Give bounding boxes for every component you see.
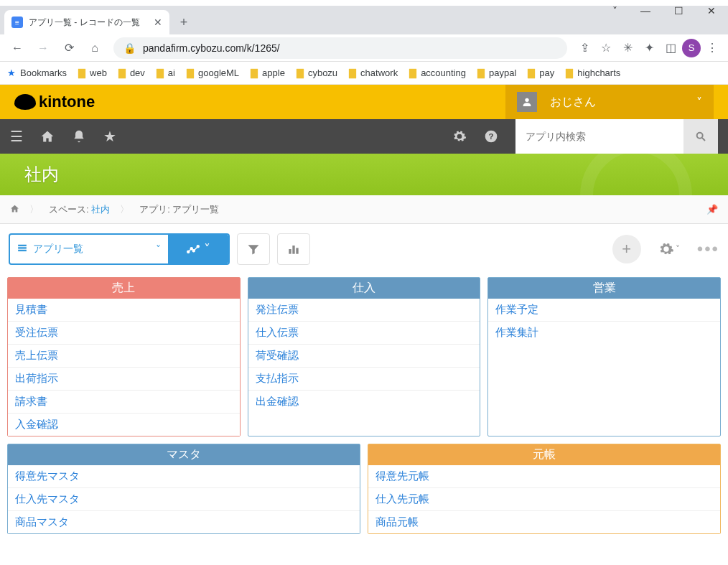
extension-icon[interactable]: ✳ xyxy=(617,38,638,58)
browser-tab[interactable]: ≡ アプリ一覧 - レコードの一覧 ✕ xyxy=(4,10,169,34)
new-tab-button[interactable]: + xyxy=(174,12,194,32)
card-item-link[interactable]: 支払指示 xyxy=(248,368,480,391)
card-item-link[interactable]: 見積書 xyxy=(8,299,240,322)
filter-button[interactable] xyxy=(237,233,270,265)
card-item-link[interactable]: 入金確認 xyxy=(8,414,240,436)
home-icon[interactable] xyxy=(40,129,55,144)
nav-forward-button[interactable]: → xyxy=(32,37,55,60)
chevron-down-icon: ˅ xyxy=(696,95,702,109)
search-button[interactable] xyxy=(683,119,718,154)
window-minimize[interactable]: — xyxy=(629,0,662,22)
svg-rect-12 xyxy=(289,249,291,254)
pin-icon[interactable]: 📌 xyxy=(706,204,718,215)
settings-menu[interactable]: ˅ xyxy=(658,241,680,257)
tab-close-icon[interactable]: ✕ xyxy=(154,17,162,28)
card-item-link[interactable]: 商品マスタ xyxy=(8,511,360,533)
star-icon[interactable]: ★ xyxy=(103,128,116,145)
search-input[interactable] xyxy=(515,131,683,142)
folder-icon: ▇ xyxy=(297,67,304,78)
sidepanel-icon[interactable]: ◫ xyxy=(661,38,681,58)
card-item-link[interactable]: 出金確認 xyxy=(248,391,480,413)
extensions-puzzle-icon[interactable]: ✦ xyxy=(639,38,659,58)
bell-icon[interactable] xyxy=(72,129,86,144)
help-icon[interactable]: ? xyxy=(484,129,498,144)
user-menu[interactable]: おじさん ˅ xyxy=(505,85,714,119)
view-selector[interactable]: アプリ一覧 ˅ ˅ xyxy=(9,233,230,265)
url-input[interactable]: 🔒 pandafirm.cybozu.com/k/1265/ xyxy=(113,37,567,59)
kintone-logo-text: kintone xyxy=(39,93,95,111)
folder-icon: ▇ xyxy=(78,67,85,78)
card-item-link[interactable]: 仕入先マスタ xyxy=(8,488,360,511)
browser-menu-icon[interactable]: ⋮ xyxy=(702,38,722,58)
chevron-down-icon: ˅ xyxy=(676,244,680,254)
nav-reload-button[interactable]: ⟳ xyxy=(57,37,80,60)
svg-point-9 xyxy=(190,248,192,250)
folder-icon: ▇ xyxy=(349,67,356,78)
share-icon[interactable]: ⇪ xyxy=(574,38,594,58)
card-sales: 売上 見積書受注伝票売上伝票出荷指示請求書入金確認 xyxy=(7,277,241,436)
card-item-link[interactable]: 売上伝票 xyxy=(8,345,240,368)
breadcrumb-space-link[interactable]: 社内 xyxy=(91,204,110,215)
card-business: 営業 作業予定作業集計 xyxy=(487,277,721,436)
chart-button[interactable] xyxy=(277,233,310,265)
card-item-link[interactable]: 商品元帳 xyxy=(368,511,720,533)
card-item-link[interactable]: 受注伝票 xyxy=(8,322,240,345)
card-item-link[interactable]: 出荷指示 xyxy=(8,368,240,391)
breadcrumb: 〉 スペース: 社内 〉 アプリ: アプリ一覧 📌 xyxy=(0,195,728,224)
card-item-link[interactable]: 仕入先元帳 xyxy=(368,488,720,511)
bookmark-item[interactable]: ★Bookmarks xyxy=(7,67,67,78)
bookmark-item[interactable]: ▇dev xyxy=(118,67,145,78)
svg-rect-14 xyxy=(296,248,298,253)
card-item-link[interactable]: 作業集計 xyxy=(488,322,720,344)
bookmark-item[interactable]: ▇web xyxy=(78,67,107,78)
view-selector-label: アプリ一覧 xyxy=(33,243,83,256)
bookmark-item[interactable]: ▇highcharts xyxy=(566,67,620,78)
bookmark-item[interactable]: ▇chatwork xyxy=(349,67,398,78)
folder-icon: ▇ xyxy=(566,67,573,78)
chevron-down-icon: ˅ xyxy=(204,241,210,257)
gear-icon[interactable] xyxy=(452,129,467,144)
breadcrumb-separator: 〉 xyxy=(29,203,39,216)
window-dropdown[interactable]: ˅ xyxy=(600,0,629,22)
card-item-link[interactable]: 得意先元帳 xyxy=(368,465,720,488)
window-close[interactable]: ✕ xyxy=(695,0,728,22)
folder-icon: ▇ xyxy=(157,67,164,78)
card-title: 元帳 xyxy=(368,444,720,465)
graph-view-button[interactable]: ˅ xyxy=(168,235,228,263)
svg-rect-7 xyxy=(18,249,27,251)
bookmark-item[interactable]: ▇cybozu xyxy=(297,67,337,78)
bookmark-label: paypal xyxy=(489,67,516,78)
more-menu[interactable]: ••• xyxy=(697,239,719,259)
bookmark-item[interactable]: ▇accounting xyxy=(409,67,466,78)
card-item-link[interactable]: 得意先マスタ xyxy=(8,465,360,488)
svg-point-8 xyxy=(187,251,189,253)
chevron-down-icon: ˅ xyxy=(156,243,161,255)
kintone-logo[interactable]: kintone xyxy=(14,93,95,111)
card-item-link[interactable]: 請求書 xyxy=(8,391,240,414)
app-search xyxy=(515,119,718,154)
card-item-link[interactable]: 仕入伝票 xyxy=(248,322,480,345)
page-title: 社内 xyxy=(24,163,59,186)
svg-rect-13 xyxy=(292,246,294,254)
nav-back-button[interactable]: ← xyxy=(6,37,29,60)
breadcrumb-home-icon[interactable] xyxy=(10,204,19,215)
nav-home-button[interactable]: ⌂ xyxy=(83,37,106,60)
menu-icon[interactable]: ☰ xyxy=(10,128,23,145)
bookmark-item[interactable]: ▇pay xyxy=(528,67,554,78)
card-purchase: 仕入 発注伝票仕入伝票荷受確認支払指示出金確認 xyxy=(248,277,481,436)
bookmark-item[interactable]: ▇apple xyxy=(251,67,285,78)
card-item-link[interactable]: 荷受確認 xyxy=(248,345,480,368)
bookmark-star-icon[interactable]: ☆ xyxy=(596,38,616,58)
user-name: おじさん xyxy=(550,95,596,110)
card-item-link[interactable]: 作業予定 xyxy=(488,299,720,322)
tab-title: アプリ一覧 - レコードの一覧 xyxy=(29,17,140,29)
folder-icon: ▇ xyxy=(251,67,258,78)
profile-avatar[interactable]: S xyxy=(682,39,701,57)
add-record-button[interactable]: + xyxy=(612,235,641,263)
bookmark-item[interactable]: ▇ai xyxy=(157,67,175,78)
window-maximize[interactable]: ☐ xyxy=(662,0,695,22)
bookmark-item[interactable]: ▇googleML xyxy=(187,67,239,78)
bookmark-item[interactable]: ▇paypal xyxy=(477,67,516,78)
card-item-link[interactable]: 発注伝票 xyxy=(248,299,480,322)
address-bar: ← → ⟳ ⌂ 🔒 pandafirm.cybozu.com/k/1265/ ⇪… xyxy=(0,34,728,62)
